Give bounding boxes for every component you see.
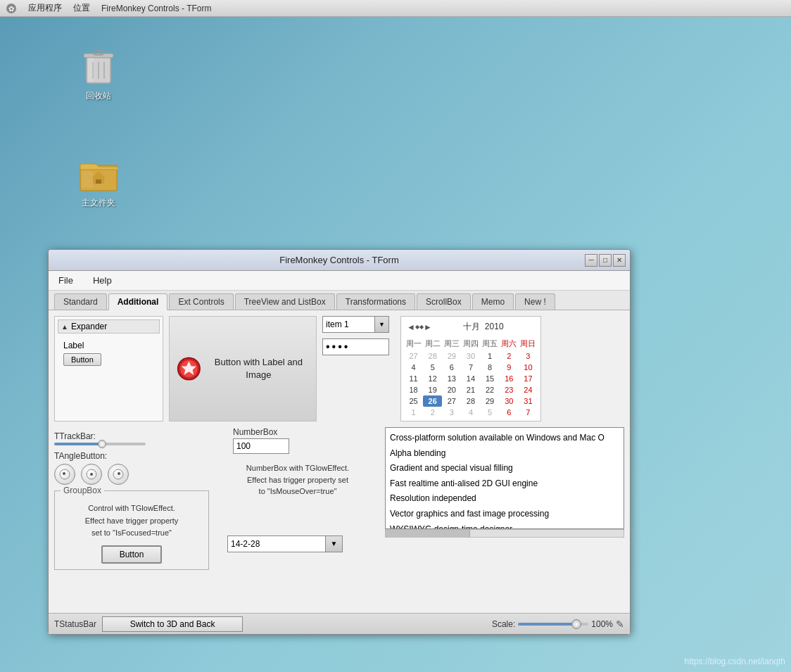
menu-file[interactable]: File bbox=[54, 274, 77, 287]
cal-day[interactable]: 1 bbox=[481, 350, 500, 362]
cal-day[interactable]: 18 bbox=[404, 384, 423, 395]
tab-additional[interactable]: Additional bbox=[108, 293, 168, 310]
cal-day[interactable]: 21 bbox=[461, 384, 480, 395]
button-with-image[interactable]: Button with Label and Image bbox=[169, 316, 317, 421]
home-folder-desktop[interactable]: 主文件夹 bbox=[70, 155, 127, 209]
dropdown-combo[interactable]: item 1 ▼ bbox=[322, 316, 389, 333]
memo-box[interactable]: Cross-platform solution available on Win… bbox=[385, 427, 624, 529]
cal-nav-prev-icon[interactable]: ◄ bbox=[407, 322, 415, 332]
expander-header[interactable]: ▲ Expander bbox=[58, 319, 160, 334]
scale-label: Scale: bbox=[492, 619, 515, 629]
cal-day[interactable]: 24 bbox=[519, 384, 538, 395]
memo-scrollbar-h[interactable] bbox=[385, 529, 624, 538]
home-folder-label: 主文件夹 bbox=[82, 197, 115, 209]
datepicker-arrow-icon[interactable]: ▼ bbox=[326, 535, 343, 552]
cal-day[interactable]: 31 bbox=[519, 395, 538, 407]
scale-thumb[interactable] bbox=[571, 619, 581, 629]
groupbox-button[interactable]: Button bbox=[101, 545, 163, 564]
tab-memo[interactable]: Memo bbox=[472, 293, 514, 310]
statusbar-scale: Scale: 100% ✎ bbox=[492, 619, 624, 630]
memo-item-7: WYSIWYG design-time designer bbox=[390, 522, 619, 529]
cal-day[interactable]: 2 bbox=[500, 350, 519, 362]
datepicker-input[interactable] bbox=[227, 535, 326, 552]
cal-day-today[interactable]: 26 bbox=[423, 395, 442, 407]
switch-3d-button[interactable]: Switch to 3D and Back bbox=[102, 616, 243, 632]
trackbar-section: TTrackBar: bbox=[54, 431, 216, 445]
password-field[interactable] bbox=[322, 338, 389, 355]
cal-nav-next-icon[interactable]: ► bbox=[424, 322, 432, 332]
cal-day[interactable]: 7 bbox=[461, 362, 480, 373]
svg-rect-7 bbox=[84, 53, 113, 58]
trackbar-row bbox=[54, 443, 216, 445]
numberbox-area: NumberBox NumberBox with TGlowEffect. Ef… bbox=[227, 427, 368, 552]
numberbox-input[interactable] bbox=[233, 438, 289, 454]
tab-new[interactable]: New ! bbox=[515, 293, 555, 310]
cal-day[interactable]: 15 bbox=[481, 373, 500, 384]
cal-day[interactable]: 8 bbox=[481, 362, 500, 373]
cal-day[interactable]: 5 bbox=[481, 407, 500, 418]
groupbox-desc-2: Effect have trigger property bbox=[61, 515, 203, 528]
cal-day[interactable]: 28 bbox=[423, 350, 442, 362]
cal-day[interactable]: 16 bbox=[500, 373, 519, 384]
scale-slider[interactable] bbox=[518, 623, 588, 626]
cal-day[interactable]: 6 bbox=[500, 407, 519, 418]
tab-ext-controls[interactable]: Ext Controls bbox=[169, 293, 233, 310]
maximize-button[interactable]: □ bbox=[599, 254, 612, 267]
angle-button-2[interactable] bbox=[81, 464, 102, 485]
anglebutton-label: TAngleButton: bbox=[54, 451, 216, 461]
cal-day[interactable]: 23 bbox=[500, 384, 519, 395]
cal-day[interactable]: 25 bbox=[404, 395, 423, 407]
cal-day[interactable]: 12 bbox=[423, 373, 442, 384]
cal-day[interactable]: 7 bbox=[519, 407, 538, 418]
numberbox-desc-1: NumberBox with TGlowEffect. bbox=[227, 462, 368, 474]
trash-label: 回收站 bbox=[86, 90, 111, 102]
cal-day[interactable]: 10 bbox=[519, 362, 538, 373]
trackbar-slider[interactable] bbox=[54, 443, 146, 445]
cal-day[interactable]: 14 bbox=[461, 373, 480, 384]
cal-day[interactable]: 17 bbox=[519, 373, 538, 384]
taskbar-position-menu[interactable]: 位置 bbox=[73, 2, 90, 14]
cal-day[interactable]: 3 bbox=[519, 350, 538, 362]
cal-day[interactable]: 13 bbox=[442, 373, 461, 384]
tab-scrollbox[interactable]: ScrollBox bbox=[417, 293, 471, 310]
angle-button-1[interactable] bbox=[54, 464, 75, 485]
cal-day[interactable]: 1 bbox=[404, 407, 423, 418]
cal-day[interactable]: 30 bbox=[500, 395, 519, 407]
expander-button[interactable]: Button bbox=[63, 353, 101, 366]
cal-day[interactable]: 2 bbox=[423, 407, 442, 418]
cal-day[interactable]: 27 bbox=[442, 395, 461, 407]
expander-label: Expander bbox=[71, 322, 107, 331]
close-button[interactable]: ✕ bbox=[613, 254, 626, 267]
cal-day[interactable]: 28 bbox=[461, 395, 480, 407]
cal-day[interactable]: 27 bbox=[404, 350, 423, 362]
scale-edit-icon[interactable]: ✎ bbox=[616, 619, 624, 630]
svg-point-18 bbox=[63, 472, 65, 475]
numberbox-section: NumberBox bbox=[233, 427, 368, 454]
numberbox-glow-desc: NumberBox with TGlowEffect. Effect has t… bbox=[227, 462, 368, 497]
trash-icon-desktop[interactable]: 回收站 bbox=[70, 48, 127, 102]
cal-day[interactable]: 29 bbox=[442, 350, 461, 362]
cal-day[interactable]: 6 bbox=[442, 362, 461, 373]
menu-help[interactable]: Help bbox=[89, 274, 116, 287]
website-link[interactable]: https://blog.csdn.net/ianqth bbox=[685, 657, 785, 666]
cal-day[interactable]: 5 bbox=[423, 362, 442, 373]
cal-day[interactable]: 11 bbox=[404, 373, 423, 384]
dropdown-arrow-icon[interactable]: ▼ bbox=[374, 317, 388, 332]
cal-day[interactable]: 30 bbox=[461, 350, 480, 362]
cal-day[interactable]: 3 bbox=[442, 407, 461, 418]
tab-transformations[interactable]: Transformations bbox=[336, 293, 415, 310]
cal-day[interactable]: 9 bbox=[500, 362, 519, 373]
cal-day[interactable]: 22 bbox=[481, 384, 500, 395]
minimize-button[interactable]: ─ bbox=[585, 254, 597, 267]
angle-button-3[interactable] bbox=[108, 464, 129, 485]
top-row: ▲ Expander Label Button Button with Labe… bbox=[54, 316, 624, 421]
trackbar-thumb[interactable] bbox=[98, 440, 106, 448]
cal-day[interactable]: 20 bbox=[442, 384, 461, 395]
taskbar-app-menu[interactable]: 应用程序 bbox=[28, 2, 62, 14]
cal-day[interactable]: 19 bbox=[423, 384, 442, 395]
tab-standard[interactable]: Standard bbox=[54, 293, 107, 310]
cal-day[interactable]: 29 bbox=[481, 395, 500, 407]
tab-treeview-listbox[interactable]: TreeView and ListBox bbox=[235, 293, 335, 310]
cal-day[interactable]: 4 bbox=[461, 407, 480, 418]
cal-day[interactable]: 4 bbox=[404, 362, 423, 373]
